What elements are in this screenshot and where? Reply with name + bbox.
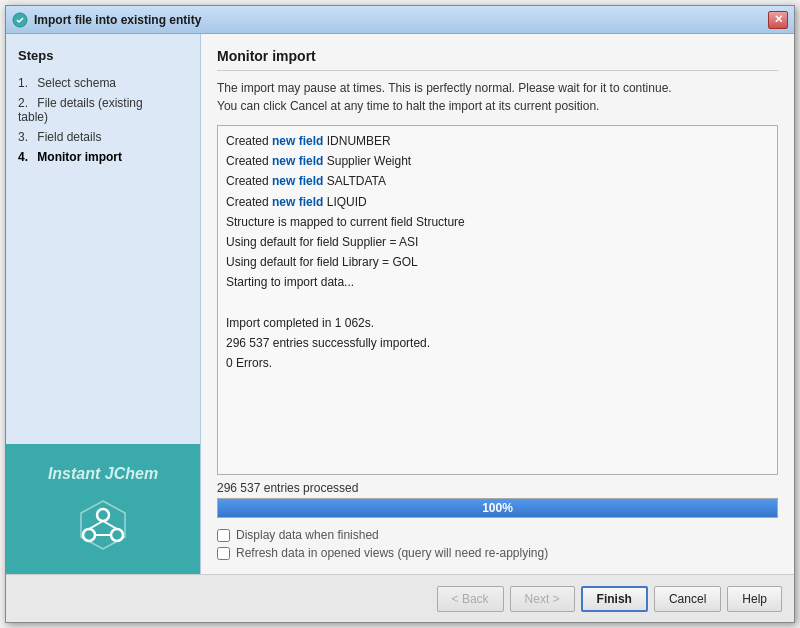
progress-label: 100% — [218, 499, 777, 517]
display-data-checkbox[interactable] — [217, 529, 230, 542]
bottom-bar: < Back Next > Finish Cancel Help — [6, 574, 794, 622]
log-entry: 0 Errors. — [226, 354, 769, 373]
log-entry: 296 537 entries successfully imported. — [226, 334, 769, 353]
refresh-data-label[interactable]: Refresh data in opened views (query will… — [236, 546, 548, 560]
svg-point-2 — [97, 509, 109, 521]
panel-title: Monitor import — [217, 48, 778, 71]
log-entry: Using default for field Supplier = ASI — [226, 233, 769, 252]
finish-button[interactable]: Finish — [581, 586, 648, 612]
step-3: 3. Field details — [18, 127, 188, 147]
svg-line-5 — [89, 521, 103, 529]
log-entry: Import completed in 1 062s. — [226, 314, 769, 333]
step-list: 1. Select schema 2. File details (existi… — [18, 73, 188, 167]
step-1: 1. Select schema — [18, 73, 188, 93]
log-entry: Created new field IDNUMBER — [226, 132, 769, 151]
svg-point-4 — [111, 529, 123, 541]
log-entry — [226, 294, 769, 313]
cancel-button[interactable]: Cancel — [654, 586, 721, 612]
log-entry: Created new field LIQUID — [226, 193, 769, 212]
log-entry: Starting to import data... — [226, 273, 769, 292]
logo-icon — [73, 493, 133, 553]
checkbox-row-2: Refresh data in opened views (query will… — [217, 546, 778, 560]
step-4: 4. Monitor import — [18, 147, 188, 167]
window-icon — [12, 12, 28, 28]
info-text: The import may pause at times. This is p… — [217, 79, 778, 115]
close-button[interactable]: ✕ — [768, 11, 788, 29]
main-content-panel: Monitor import The import may pause at t… — [201, 34, 794, 574]
display-data-label[interactable]: Display data when finished — [236, 528, 379, 542]
svg-point-3 — [83, 529, 95, 541]
log-entry: Structure is mapped to current field Str… — [226, 213, 769, 232]
main-window: Import file into existing entity ✕ Steps… — [5, 5, 795, 623]
help-button[interactable]: Help — [727, 586, 782, 612]
steps-title: Steps — [18, 48, 188, 63]
checkbox-row-1: Display data when finished — [217, 528, 778, 542]
step-2: 2. File details (existingtable) — [18, 93, 188, 127]
log-entry: Created new field SALTDATA — [226, 172, 769, 191]
window-title: Import file into existing entity — [34, 13, 768, 27]
log-area: Created new field IDNUMBER Created new f… — [217, 125, 778, 475]
steps-panel: Steps 1. Select schema 2. File details (… — [6, 34, 200, 444]
logo-area: Instant JChem — [6, 444, 200, 574]
log-entry: Created new field Supplier Weight — [226, 152, 769, 171]
log-entry: Using default for field Library = GOL — [226, 253, 769, 272]
content-area: Steps 1. Select schema 2. File details (… — [6, 34, 794, 574]
entries-processed-label: 296 537 entries processed — [217, 481, 778, 495]
back-button[interactable]: < Back — [437, 586, 504, 612]
sidebar: Steps 1. Select schema 2. File details (… — [6, 34, 201, 574]
progress-bar-container: 100% — [217, 498, 778, 518]
logo-text: Instant JChem — [48, 465, 158, 483]
next-button[interactable]: Next > — [510, 586, 575, 612]
svg-line-6 — [103, 521, 117, 529]
title-bar: Import file into existing entity ✕ — [6, 6, 794, 34]
refresh-data-checkbox[interactable] — [217, 547, 230, 560]
